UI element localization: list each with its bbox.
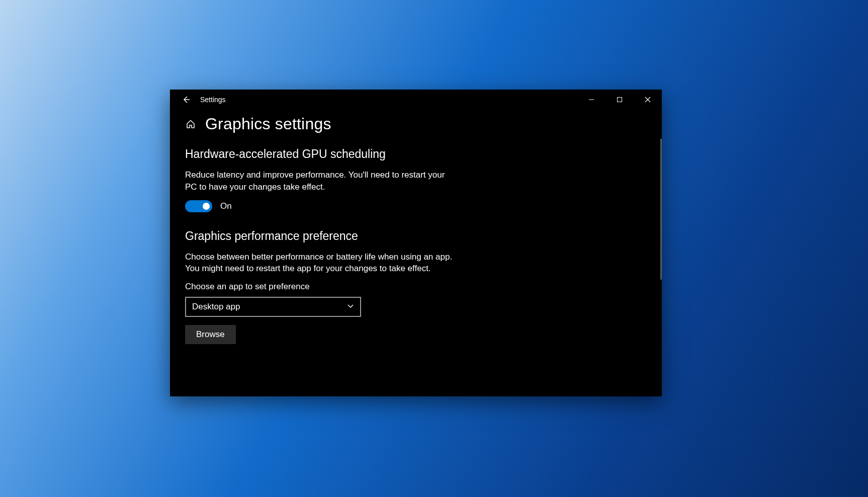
titlebar: Settings bbox=[170, 90, 662, 110]
perf-pref-heading: Graphics performance preference bbox=[185, 229, 647, 243]
home-icon bbox=[186, 119, 196, 129]
minimize-button[interactable] bbox=[577, 90, 605, 110]
chevron-down-icon bbox=[347, 302, 354, 311]
content-area: Graphics settings Hardware-accelerated G… bbox=[170, 110, 662, 396]
page-header: Graphics settings bbox=[185, 115, 647, 133]
arrow-left-icon bbox=[182, 96, 190, 104]
app-title: Settings bbox=[200, 96, 226, 104]
gpu-scheduling-heading: Hardware-accelerated GPU scheduling bbox=[185, 147, 647, 161]
minimize-icon bbox=[588, 97, 594, 103]
home-button[interactable] bbox=[185, 119, 196, 130]
gpu-scheduling-toggle[interactable] bbox=[185, 200, 212, 212]
page-title: Graphics settings bbox=[205, 115, 331, 133]
settings-window: Settings Graphics settings Hardware-acce… bbox=[170, 90, 662, 396]
maximize-button[interactable] bbox=[605, 90, 634, 110]
gpu-scheduling-toggle-row: On bbox=[185, 200, 647, 212]
scrollbar[interactable] bbox=[660, 139, 662, 280]
maximize-icon bbox=[617, 97, 623, 103]
gpu-scheduling-toggle-label: On bbox=[220, 201, 232, 211]
app-type-select-value: Desktop app bbox=[192, 302, 240, 312]
close-icon bbox=[645, 97, 651, 103]
browse-button[interactable]: Browse bbox=[185, 325, 236, 344]
close-button[interactable] bbox=[634, 90, 662, 110]
app-type-select[interactable]: Desktop app bbox=[185, 297, 361, 317]
choose-app-label: Choose an app to set preference bbox=[185, 282, 647, 292]
toggle-knob bbox=[203, 203, 210, 210]
back-button[interactable] bbox=[174, 90, 198, 110]
perf-pref-description: Choose between better performance or bat… bbox=[185, 251, 457, 275]
svg-rect-0 bbox=[618, 98, 622, 102]
gpu-scheduling-description: Reduce latency and improve performance. … bbox=[185, 169, 457, 193]
